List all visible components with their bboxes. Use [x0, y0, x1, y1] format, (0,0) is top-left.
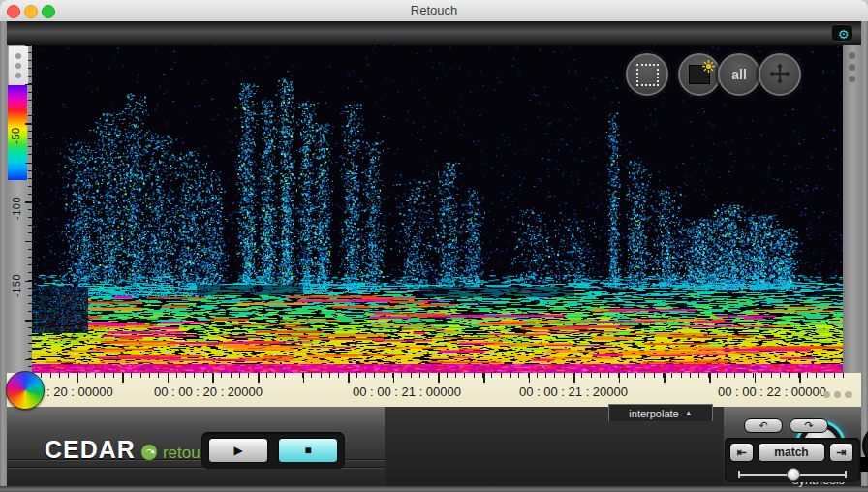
play-icon: ▶: [233, 444, 242, 457]
color-wheel-button[interactable]: [6, 371, 45, 410]
slider-thumb[interactable]: [787, 468, 800, 481]
time-label: 00 : 00 : 22 : 00000: [718, 384, 826, 399]
select-all-label: all: [731, 67, 747, 82]
window-title: Retouch: [0, 3, 868, 17]
control-bar: CEDAR retouch ▶ ■ 100.00 0.00 sy: [7, 407, 861, 486]
db-axis-major-ticks: [25, 45, 32, 373]
paste-region-icon: [689, 65, 710, 84]
top-toolbar: ⚙: [7, 21, 861, 45]
move-arrows-icon: [767, 62, 792, 87]
match-next-button[interactable]: ⇥: [829, 443, 853, 462]
window-frame-bottom: [0, 486, 868, 492]
db-label-50: -50: [10, 123, 25, 148]
retouch-window: Retouch ⚙ -50 -100 -150: [0, 0, 868, 492]
titlebar: Retouch: [0, 0, 868, 22]
right-scroll-rail[interactable]: [843, 45, 861, 373]
copy-paste-tool-button[interactable]: [678, 53, 721, 96]
time-axis: : 20 : 00000 00 : 00 : 20 : 20000 00 : 0…: [7, 373, 861, 407]
match-label: match: [774, 446, 808, 459]
time-label: : 20 : 00000: [46, 384, 113, 399]
amplitude-scale-rail: -50 -100 -150: [7, 45, 32, 373]
window-frame-left: [0, 21, 7, 486]
match-button[interactable]: match: [758, 443, 825, 462]
stop-button[interactable]: ■: [278, 438, 338, 463]
slider-cap-left: [738, 471, 740, 478]
time-label: 00 : 00 : 21 : 20000: [519, 384, 628, 399]
interpolate-mode-tab[interactable]: interpolate ▲: [608, 404, 713, 421]
spectrogram-display[interactable]: [32, 45, 843, 373]
window-frame-right: [861, 21, 868, 486]
brand-name: CEDAR: [45, 436, 136, 464]
match-panel: ⇤ match ⇥: [725, 438, 860, 482]
select-all-tool-button[interactable]: all: [718, 53, 760, 96]
interpolate-label: interpolate: [629, 408, 678, 419]
sun-icon: [702, 60, 715, 73]
match-slider[interactable]: [738, 471, 847, 478]
redo-icon: ↷: [804, 419, 813, 432]
move-tool-button[interactable]: [759, 53, 801, 96]
time-label: 00 : 00 : 20 : 20000: [154, 384, 263, 399]
cedar-swirl-icon: [141, 445, 157, 460]
db-label-100: -100: [11, 196, 26, 221]
redo-button[interactable]: ↷: [790, 418, 828, 433]
chevron-up-icon: ▲: [685, 409, 693, 417]
brand-logo: CEDAR retouch: [45, 436, 218, 464]
marquee-select-icon: [636, 64, 659, 86]
marquee-select-tool-button[interactable]: [626, 53, 668, 96]
match-previous-button[interactable]: ⇤: [729, 443, 754, 462]
play-button[interactable]: ▶: [208, 438, 268, 463]
axis-grip-dots: [823, 391, 852, 398]
undo-button[interactable]: ↶: [744, 418, 783, 433]
skip-forward-icon: ⇥: [836, 446, 846, 459]
skip-back-icon: ⇤: [736, 446, 746, 459]
slider-cap-right: [845, 471, 847, 478]
settings-gear-button[interactable]: ⚙: [831, 24, 852, 42]
time-axis-major-ticks: [32, 373, 844, 383]
db-label-150: -150: [11, 273, 26, 298]
transport-controls: ▶ ■: [202, 432, 345, 469]
undo-icon: ↶: [759, 419, 767, 432]
stop-icon: ■: [304, 444, 311, 457]
time-label: 00 : 00 : 21 : 00000: [353, 384, 461, 399]
rail-grip-dots: [843, 52, 861, 82]
gear-icon: ⚙: [838, 27, 850, 42]
